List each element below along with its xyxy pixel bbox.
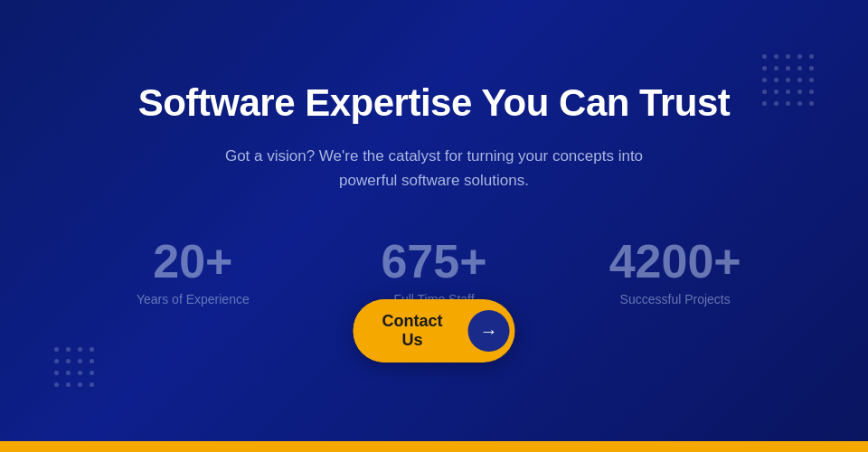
stat-item-experience: 20+ Years of Experience	[72, 238, 314, 306]
page-heading: Software Expertise You Can Trust	[138, 80, 731, 126]
dot	[54, 382, 59, 387]
main-section: Software Expertise You Can Trust Got a v…	[0, 0, 868, 441]
stat-label-experience: Years of Experience	[137, 292, 250, 306]
stat-item-projects: 4200+ Successful Projects	[554, 238, 796, 306]
dot	[762, 66, 767, 71]
dot	[78, 382, 82, 387]
dot	[774, 101, 778, 106]
dot	[66, 359, 71, 363]
dot	[762, 78, 767, 82]
stat-label-projects: Successful Projects	[620, 292, 731, 306]
dot	[78, 371, 82, 375]
dot	[774, 54, 778, 59]
dot	[90, 359, 94, 363]
contact-us-button[interactable]: Contact Us →	[354, 299, 515, 363]
dot	[809, 54, 814, 59]
dot	[797, 101, 802, 106]
dot	[54, 347, 59, 352]
contact-button-container: Contact Us →	[354, 299, 515, 363]
contact-button-label: Contact Us	[354, 299, 468, 363]
stat-item-staff: 675+ Full Time Staff Contact Us →	[314, 238, 555, 306]
dot	[809, 89, 814, 94]
dot-grid-bottom-left	[54, 347, 94, 387]
dot	[786, 54, 790, 59]
dot	[786, 101, 790, 106]
dot	[786, 66, 790, 71]
dot	[809, 66, 814, 71]
page-wrapper: Software Expertise You Can Trust Got a v…	[0, 0, 868, 452]
dot	[78, 359, 82, 363]
dot	[78, 347, 82, 352]
dot	[809, 101, 814, 106]
dot	[762, 89, 767, 94]
stats-row: 20+ Years of Experience 675+ Full Time S…	[72, 238, 796, 306]
dot	[66, 347, 71, 352]
dot	[774, 78, 778, 82]
dot	[786, 78, 790, 82]
dot	[54, 371, 59, 375]
dot	[774, 89, 778, 94]
dot	[774, 66, 778, 71]
dot	[66, 382, 71, 387]
dot	[797, 89, 802, 94]
stat-number-experience: 20+	[153, 238, 232, 285]
dot	[786, 89, 790, 94]
dot	[797, 78, 802, 82]
dot	[54, 359, 59, 363]
dot	[90, 347, 94, 352]
stat-number-projects: 4200+	[609, 238, 741, 285]
dot	[797, 66, 802, 71]
stats-container: 20+ Years of Experience 675+ Full Time S…	[72, 238, 796, 343]
dot	[90, 371, 94, 375]
dot	[762, 54, 767, 59]
page-subheading: Got a vision? We're the catalyst for tur…	[199, 144, 669, 193]
dot	[797, 54, 802, 59]
arrow-right-icon: →	[480, 321, 498, 342]
bottom-accent-bar	[0, 441, 868, 452]
dot	[66, 371, 71, 375]
dot	[90, 382, 94, 387]
stat-number-staff: 675+	[381, 238, 486, 285]
contact-button-arrow-circle: →	[468, 310, 510, 352]
dot	[809, 78, 814, 82]
dot	[762, 101, 767, 106]
dot-grid-top-right	[762, 54, 814, 106]
